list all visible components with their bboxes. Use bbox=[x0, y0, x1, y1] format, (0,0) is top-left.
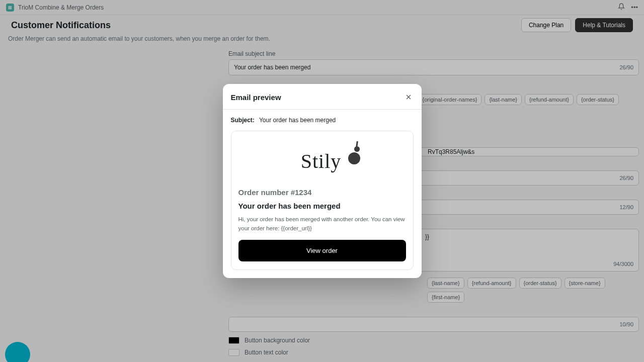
close-icon[interactable] bbox=[404, 92, 414, 102]
preview-logo: Stily bbox=[238, 139, 406, 188]
modal-overlay: Email preview Subject: Your order has be… bbox=[0, 0, 644, 362]
email-title: Your order has been merged bbox=[238, 202, 406, 210]
view-order-button[interactable]: View order bbox=[238, 240, 406, 261]
order-number: Order number #1234 bbox=[238, 188, 406, 197]
subject-value: Your order has been merged bbox=[259, 117, 336, 124]
modal-title: Email preview bbox=[231, 93, 281, 102]
email-preview-modal: Email preview Subject: Your order has be… bbox=[223, 84, 422, 278]
email-body: Hi, your order has been merged with anot… bbox=[238, 215, 406, 233]
preview-card: Stily Order number #1234 Your order has … bbox=[231, 131, 414, 270]
subject-label: Subject: bbox=[231, 117, 255, 124]
